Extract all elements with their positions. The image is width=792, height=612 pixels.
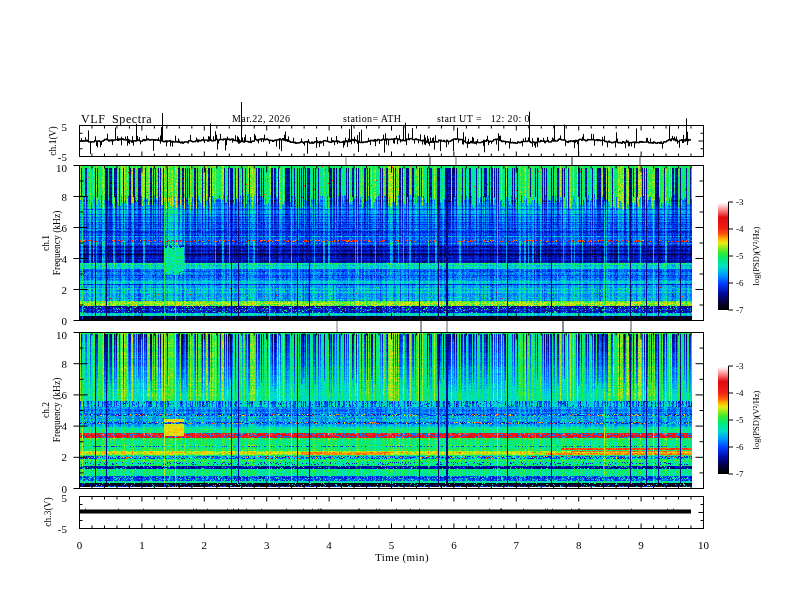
svg-text:ch.2: ch.2 [41,402,51,418]
svg-text:Frequency (kHz): Frequency (kHz) [52,378,63,443]
svg-text:log(PSD)(V²/Hz): log(PSD)(V²/Hz) [751,390,761,449]
svg-text:ch.1: ch.1 [41,235,51,251]
svg-text:log(PSD)(V²/Hz): log(PSD)(V²/Hz) [751,226,761,285]
svg-text:Frequency (kHz): Frequency (kHz) [52,211,63,276]
